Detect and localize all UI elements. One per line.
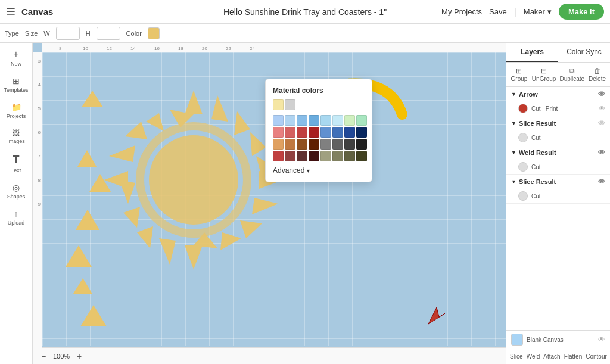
color-cell[interactable] [309,115,319,126]
color-cell[interactable] [285,115,295,126]
sidebar-item-text[interactable]: T Text [1,150,31,177]
color-cell[interactable] [273,139,284,150]
flatten-button[interactable]: Flatten [563,351,584,362]
color-cell[interactable] [297,127,307,138]
sidebar-item-templates[interactable]: ⊞ Templates [1,73,31,97]
text-label: Text [11,167,21,173]
panel-bottom-toolbar: Slice Weld Attach Flatten Contour [506,349,610,364]
svg-marker-8 [240,220,262,238]
advanced-label: Advanced [273,166,304,175]
color-cell[interactable] [332,139,343,150]
svg-marker-22 [428,307,445,324]
color-cell[interactable] [273,115,284,126]
duplicate-button[interactable]: ⧉ Duplicate [558,65,586,84]
divider: | [514,7,516,17]
color-cell[interactable] [273,127,284,138]
color-cell[interactable] [285,151,295,161]
color-cell[interactable] [332,127,343,138]
color-cell[interactable] [297,115,307,126]
height-input[interactable] [97,27,120,40]
slice-button[interactable]: Slice [509,351,524,362]
sidebar-item-projects[interactable]: 📁 Projects [1,99,31,123]
visibility-icon[interactable]: 👁 [598,90,605,98]
sidebar-item-upload[interactable]: ↑ Upload [1,206,31,229]
color-cell[interactable] [309,151,319,161]
visibility-icon[interactable]: 👁 [598,178,605,186]
color-cell[interactable] [297,151,307,161]
color-cell[interactable] [273,99,284,110]
layer-header-weld[interactable]: ▼ Weld Result 👁 [506,145,610,160]
color-cell[interactable] [356,115,367,126]
group-button[interactable]: ⊞ Group [509,65,530,84]
color-cell[interactable] [273,151,284,161]
color-cell[interactable] [320,151,331,161]
expand-arrow-icon: ▼ [511,150,516,155]
weld-button[interactable]: Weld [525,351,541,362]
color-cell[interactable] [297,139,307,150]
delete-icon: 🗑 [588,67,606,75]
color-cell[interactable] [285,99,295,110]
color-grid-neutrals [273,99,365,110]
attach-button[interactable]: Attach [542,351,561,362]
layer-section-slice2: ▼ Slice Result 👁 Cut [506,175,610,204]
color-cell[interactable] [320,127,331,138]
svg-marker-11 [185,245,203,269]
ruler-mark-v: 4 [38,82,41,88]
color-swatch[interactable] [148,27,160,39]
color-cell[interactable] [320,115,331,126]
svg-marker-1 [185,91,203,114]
color-cell[interactable] [356,127,367,138]
svg-marker-12 [159,238,176,265]
images-label: Images [7,138,25,144]
layer-header-slice2[interactable]: ▼ Slice Result 👁 [506,175,610,189]
color-cell[interactable] [332,151,343,161]
color-cell[interactable] [320,139,331,150]
layer-item: Cut [506,160,610,174]
ruler-left: 3 4 5 6 7 8 9 [33,52,42,364]
zoom-in-button[interactable]: + [73,351,85,361]
blank-canvas-visibility-icon[interactable]: 👁 [598,335,605,344]
color-cell[interactable] [344,115,355,126]
contour-button[interactable]: Contour [584,351,608,362]
layer-header-arrow[interactable]: ▼ Arrow 👁 [506,87,610,101]
color-cell[interactable] [344,139,355,150]
layer-item: Cut [506,189,610,203]
text-icon: T [13,154,20,166]
make-it-button[interactable]: Make it [559,4,604,20]
color-cell[interactable] [356,151,367,161]
ruler-mark: 18 [178,46,183,51]
save-button[interactable]: Save [489,7,507,16]
sidebar-item-new[interactable]: + New [1,45,31,70]
maker-button[interactable]: Maker ▾ [524,7,552,16]
layer-header-slice1[interactable]: ▼ Slice Result 👁 [506,116,610,130]
color-cell[interactable] [309,127,319,138]
width-input[interactable] [56,27,80,40]
my-projects-link[interactable]: My Projects [441,7,482,16]
item-visibility-icon[interactable]: 👁 [599,105,605,112]
sidebar-item-shapes[interactable]: ◎ Shapes [1,179,31,203]
color-cell[interactable] [285,127,295,138]
advanced-link[interactable]: Advanced ▾ [273,166,365,175]
triangle-4 [66,245,92,267]
new-label: New [11,61,21,67]
color-cell[interactable] [344,151,355,161]
canvas-area[interactable]: 8 10 12 14 16 18 20 22 24 3 4 5 6 7 8 9 [33,43,506,364]
color-cell[interactable] [356,139,367,150]
visibility-icon[interactable]: 👁 [598,148,605,157]
ruler-top: 8 10 12 14 16 18 20 22 24 [42,43,506,52]
canvas-bottom-bar: − 100% + [33,347,506,364]
color-cell[interactable] [309,139,319,150]
tab-color-sync[interactable]: Color Sync [558,43,610,62]
color-cell[interactable] [344,127,355,138]
tab-layers[interactable]: Layers [506,43,558,62]
visibility-icon[interactable]: 👁 [598,119,605,127]
ungroup-button[interactable]: ⊟ UnGroup [531,65,558,84]
sidebar-item-images[interactable]: 🖼 Images [1,125,31,148]
color-cell[interactable] [285,139,295,150]
delete-button[interactable]: 🗑 Delete [587,65,608,84]
color-cell[interactable] [332,115,343,126]
menu-icon[interactable]: ☰ [6,5,15,18]
layer-color-swatch [518,162,528,172]
ruler-mark-v: 7 [38,154,41,159]
ruler-mark-v: 9 [38,201,41,207]
